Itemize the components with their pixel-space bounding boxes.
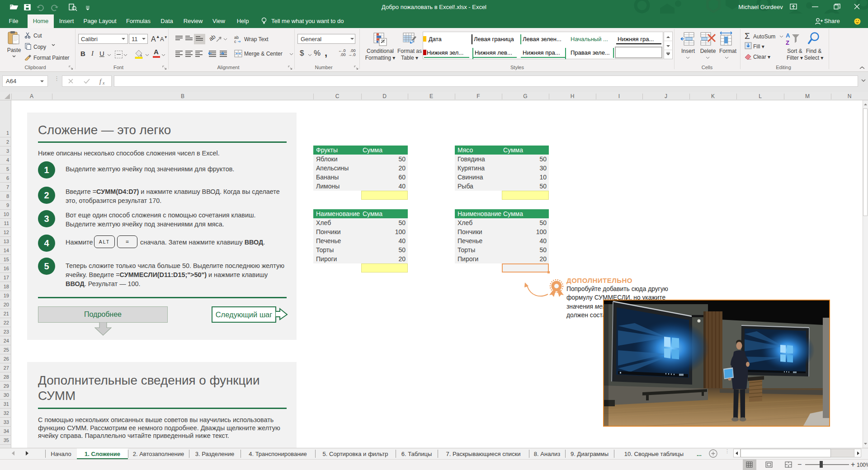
- svg-text:x: x: [102, 80, 105, 85]
- svg-text:f: f: [99, 78, 102, 85]
- svg-text:c: c: [234, 39, 236, 43]
- svg-text:Z: Z: [786, 39, 789, 46]
- svg-text:A: A: [786, 32, 790, 39]
